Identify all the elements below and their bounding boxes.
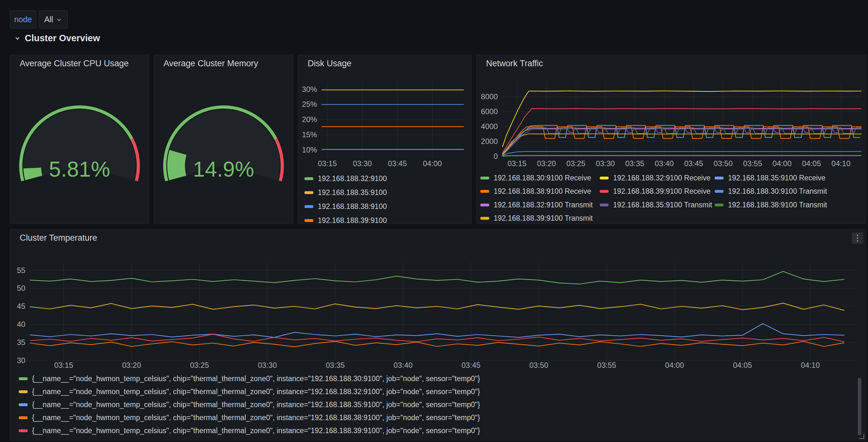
svg-text:30: 30 bbox=[17, 356, 25, 365]
variable-label-box: node bbox=[10, 10, 36, 29]
legend-item[interactable]: 192.168.188.35:9100 bbox=[305, 188, 387, 197]
series-line bbox=[502, 126, 860, 156]
legend-label: 192.168.188.30:9100 Receive bbox=[494, 174, 591, 182]
legend-swatch bbox=[600, 190, 609, 193]
legend-swatch bbox=[480, 177, 489, 179]
legend-swatch bbox=[19, 390, 28, 393]
svg-text:03:25: 03:25 bbox=[190, 361, 209, 369]
y-axis-tick-labels: 555045403530 bbox=[17, 266, 25, 365]
panel-average-cluster-cpu-usage: Average Cluster CPU Usage 5.81% bbox=[10, 55, 149, 224]
panel-menu-kebab-icon[interactable] bbox=[852, 232, 863, 244]
svg-text:03:55: 03:55 bbox=[743, 159, 762, 168]
legend-label: 192.168.188.35:9100 bbox=[318, 188, 387, 197]
legend-swatch bbox=[19, 403, 28, 406]
panel-title-network[interactable]: Network Traffic bbox=[486, 59, 543, 68]
legend-item[interactable]: {__name__="node_hwmon_temp_celsius", chi… bbox=[19, 413, 480, 422]
legend-item[interactable]: 192.168.188.30:9100 Transmit bbox=[715, 188, 827, 196]
y-axis-tick-labels: 80006000400020000 bbox=[481, 92, 498, 160]
svg-text:8000: 8000 bbox=[481, 92, 498, 101]
memory-gauge bbox=[154, 55, 293, 224]
panel-resize-handle[interactable] bbox=[860, 434, 864, 439]
variable-value-dropdown[interactable]: All bbox=[39, 10, 68, 29]
svg-text:40: 40 bbox=[17, 320, 25, 329]
legend-item[interactable]: 192.168.188.39:9100 bbox=[305, 216, 387, 225]
svg-text:03:15: 03:15 bbox=[318, 159, 337, 168]
legend-label: 192.168.188.32:9100 Receive bbox=[613, 174, 711, 182]
disk-usage-chart[interactable]: 30%25%20%15%10%03:1503:3003:4504:00 bbox=[298, 55, 471, 224]
series-line bbox=[30, 271, 844, 284]
legend-label: 192.168.188.32:9100 Transmit bbox=[494, 201, 593, 209]
legend-item[interactable]: 192.168.188.38:9100 Transmit bbox=[715, 201, 827, 209]
legend-label: 192.168.188.39:9100 Receive bbox=[613, 187, 711, 196]
legend-label: 192.168.188.39:9100 Transmit bbox=[494, 214, 593, 223]
cpu-gauge-value: 5.81% bbox=[10, 157, 149, 181]
svg-text:35: 35 bbox=[17, 338, 25, 346]
legend-item[interactable]: 192.168.188.35:9100 Receive bbox=[715, 174, 826, 182]
panel-network-traffic: Network Traffic 8000600040002000003:1503… bbox=[476, 55, 866, 224]
chevron-down-icon bbox=[56, 17, 62, 23]
legend-item[interactable]: {__name__="node_hwmon_temp_celsius", chi… bbox=[19, 427, 480, 435]
series-line bbox=[30, 303, 844, 310]
legend-item[interactable]: 192.168.188.30:9100 Receive bbox=[480, 174, 591, 182]
svg-text:03:30: 03:30 bbox=[258, 361, 277, 369]
svg-text:20%: 20% bbox=[302, 115, 317, 124]
section-row-cluster-overview[interactable]: Cluster Overview bbox=[14, 33, 100, 43]
legend-swatch bbox=[600, 177, 609, 179]
legend-item[interactable]: {__name__="node_hwmon_temp_celsius", chi… bbox=[19, 401, 480, 409]
legend-label: 192.168.188.39:9100 bbox=[318, 216, 387, 225]
panel-title-memory[interactable]: Average Cluster Memory bbox=[163, 59, 258, 68]
svg-text:03:20: 03:20 bbox=[537, 159, 556, 168]
grid-lines bbox=[502, 82, 862, 159]
svg-text:03:35: 03:35 bbox=[326, 361, 345, 369]
svg-text:03:35: 03:35 bbox=[625, 159, 645, 168]
legend-item[interactable]: {__name__="node_hwmon_temp_celsius", chi… bbox=[19, 387, 480, 396]
legend-item[interactable]: 192.168.188.35:9100 Transmit bbox=[600, 201, 712, 209]
svg-text:04:00: 04:00 bbox=[423, 159, 442, 168]
panel-title-cpu[interactable]: Average Cluster CPU Usage bbox=[20, 59, 129, 68]
legend-swatch bbox=[715, 204, 723, 206]
svg-text:03:40: 03:40 bbox=[655, 159, 674, 168]
legend-label: 192.168.188.35:9100 Transmit bbox=[613, 201, 712, 209]
legend-label: 192.168.188.30:9100 Transmit bbox=[728, 187, 827, 196]
legend-item[interactable]: 192.168.188.32:9100 bbox=[305, 174, 387, 183]
legend-swatch bbox=[715, 190, 723, 193]
legend-item[interactable]: 192.168.188.38:9100 bbox=[305, 202, 387, 210]
legend-item[interactable]: 192.168.188.32:9100 Transmit bbox=[480, 201, 593, 209]
legend-item[interactable]: 192.168.188.39:9100 Transmit bbox=[480, 214, 593, 223]
series-lines bbox=[502, 91, 862, 156]
network-traffic-chart[interactable]: 8000600040002000003:1503:2003:2503:3003:… bbox=[476, 55, 866, 224]
svg-text:03:40: 03:40 bbox=[394, 361, 413, 369]
legend-scrollbar[interactable] bbox=[858, 378, 861, 435]
svg-text:04:05: 04:05 bbox=[733, 361, 752, 369]
svg-text:0: 0 bbox=[494, 152, 498, 161]
x-axis-tick-labels: 03:1503:3003:4504:00 bbox=[318, 159, 442, 168]
svg-text:03:20: 03:20 bbox=[122, 361, 141, 369]
legend-item[interactable]: 192.168.188.38:9100 Receive bbox=[480, 188, 591, 196]
svg-text:04:00: 04:00 bbox=[772, 159, 792, 168]
svg-text:6000: 6000 bbox=[481, 107, 498, 116]
svg-text:03:50: 03:50 bbox=[529, 361, 548, 369]
panel-title-disk[interactable]: Disk Usage bbox=[308, 59, 351, 68]
legend-label: {__name__="node_hwmon_temp_celsius", chi… bbox=[32, 387, 480, 396]
legend-item[interactable]: 192.168.188.32:9100 Receive bbox=[600, 174, 711, 182]
series-line bbox=[502, 156, 862, 156]
svg-text:04:10: 04:10 bbox=[801, 361, 820, 369]
legend-item[interactable]: {__name__="node_hwmon_temp_celsius", chi… bbox=[19, 374, 480, 383]
legend-swatch bbox=[715, 177, 723, 179]
variable-value: All bbox=[44, 15, 53, 24]
grid-lines bbox=[321, 82, 464, 159]
memory-gauge-value: 14.9% bbox=[154, 157, 293, 181]
svg-text:04:00: 04:00 bbox=[665, 361, 684, 369]
x-axis-tick-labels: 03:1503:2003:2503:3003:3503:4003:4503:50… bbox=[54, 361, 820, 369]
svg-text:03:15: 03:15 bbox=[508, 159, 527, 168]
grid-lines bbox=[30, 262, 858, 362]
legend-label: 192.168.188.32:9100 bbox=[318, 174, 387, 183]
legend-swatch bbox=[19, 377, 28, 380]
legend-label: {__name__="node_hwmon_temp_celsius", chi… bbox=[32, 401, 480, 409]
svg-text:2000: 2000 bbox=[481, 137, 498, 145]
legend-swatch bbox=[480, 217, 489, 220]
panel-title-temperature[interactable]: Cluster Temperature bbox=[20, 233, 97, 243]
svg-text:04:05: 04:05 bbox=[802, 159, 821, 168]
svg-text:30%: 30% bbox=[302, 85, 317, 94]
legend-item[interactable]: 192.168.188.39:9100 Receive bbox=[600, 188, 711, 196]
